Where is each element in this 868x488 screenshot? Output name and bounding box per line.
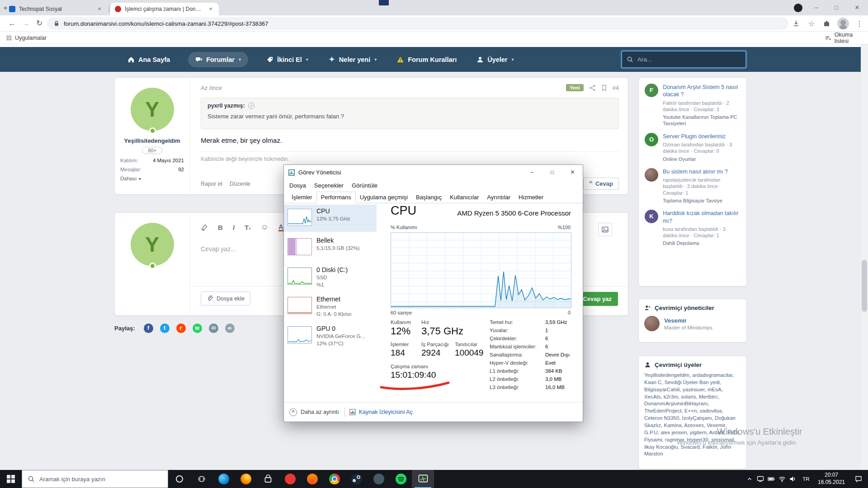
window-close-button[interactable]: ✕ bbox=[848, 0, 866, 15]
taskbar-app-chrome[interactable] bbox=[323, 470, 345, 488]
attach-file-button[interactable]: Dosya ekle bbox=[201, 291, 250, 305]
taskbar-app-task-manager[interactable] bbox=[412, 470, 434, 488]
network-wifi-icon[interactable] bbox=[777, 475, 788, 483]
taskbar-app-firefox[interactable] bbox=[235, 470, 257, 488]
tm-tab-startup[interactable]: Başlangıç bbox=[412, 192, 446, 203]
back-button[interactable]: ← bbox=[6, 18, 18, 29]
browser-menu-icon[interactable]: ⋮ bbox=[854, 18, 865, 29]
thread-category[interactable]: Toplama Bilgisayar Tavsiye bbox=[663, 197, 741, 204]
tm-minimize-button[interactable]: – bbox=[522, 165, 542, 180]
font-size-icon[interactable]: T▾ bbox=[245, 224, 251, 231]
thread-item[interactable]: F Donanım Arşivi Sistem 5 nasıl olacak ?… bbox=[645, 84, 741, 127]
tm-tab-details[interactable]: Ayrıntılar bbox=[483, 192, 514, 203]
tm-tab-services[interactable]: Hizmetler bbox=[514, 192, 547, 203]
titlebar-profile-icon[interactable] bbox=[794, 4, 802, 12]
taskbar-app-red[interactable] bbox=[279, 470, 301, 488]
bookmark-icon[interactable] bbox=[601, 84, 607, 91]
download-icon[interactable] bbox=[790, 18, 802, 29]
tm-menu-file[interactable]: Dosya bbox=[289, 182, 306, 189]
report-link[interactable]: Rapor et bbox=[201, 181, 222, 187]
tm-tab-history[interactable]: Uygulama geçmişi bbox=[356, 192, 412, 203]
smiley-icon[interactable]: ☺ bbox=[261, 223, 269, 232]
twitter-icon[interactable]: t bbox=[160, 324, 170, 333]
facebook-icon[interactable]: f bbox=[144, 324, 153, 333]
thread-category[interactable]: Dahili Depolama bbox=[663, 240, 741, 246]
browser-tab-technopat[interactable]: Technopat Sosyal × bbox=[5, 3, 108, 15]
thread-title[interactable]: Server Plugin önerileriniz bbox=[663, 133, 741, 140]
reading-list-button[interactable]: Okuma listesi bbox=[825, 33, 868, 42]
forum-search-box[interactable] bbox=[621, 51, 746, 68]
address-bar[interactable]: forum.donanimarsivi.com/konu/islemci-cal… bbox=[47, 17, 788, 30]
user-avatar[interactable]: Y bbox=[131, 223, 174, 266]
taskbar-search-input[interactable] bbox=[39, 476, 152, 483]
nav-forums[interactable]: Forumlar ▾ bbox=[188, 52, 248, 67]
start-button[interactable] bbox=[0, 470, 22, 488]
bold-icon[interactable]: B bbox=[218, 224, 223, 231]
scrollbar-thumb[interactable] bbox=[862, 260, 867, 312]
new-tab-button[interactable]: + bbox=[0, 3, 11, 14]
share-icon[interactable] bbox=[589, 84, 596, 91]
tm-tab-processes[interactable]: İşlemler bbox=[288, 192, 316, 203]
reply-button[interactable]: “ Cevap bbox=[583, 178, 619, 190]
tm-sidebar-ethernet[interactable]: EthernetEthernetG: 0 A: 0 Kb/sn bbox=[284, 293, 377, 320]
moderator-item[interactable]: Vesemir Master of Minidumps bbox=[644, 316, 741, 331]
thread-title[interactable]: Bu sistem nasıl alınır mı ? bbox=[663, 168, 741, 175]
fewer-details-button[interactable]: ^ Daha az ayrıntı bbox=[289, 408, 339, 416]
quote-block[interactable]: pyxr0 yazmış: ↗ Sisteme zarar vermez yan… bbox=[201, 98, 619, 129]
window-maximize-button[interactable]: □ bbox=[827, 0, 845, 15]
battery-icon[interactable] bbox=[766, 475, 777, 483]
taskbar-app-dark[interactable] bbox=[368, 470, 390, 488]
forum-search-input[interactable] bbox=[637, 56, 728, 63]
language-indicator[interactable]: TR bbox=[798, 476, 814, 482]
taskbar-app-edge[interactable] bbox=[212, 470, 235, 488]
nav-secondhand[interactable]: İkinci El ▾ bbox=[264, 52, 310, 67]
open-resource-monitor-link[interactable]: Kaynak İzleyicisini Aç bbox=[349, 409, 413, 415]
email-icon[interactable]: ✉ bbox=[209, 324, 218, 333]
tm-menu-view[interactable]: Görüntüle bbox=[352, 182, 377, 189]
reload-button[interactable]: ↻ bbox=[33, 18, 45, 29]
link-icon[interactable]: ∞ bbox=[225, 324, 235, 333]
nav-whatsnew[interactable]: Neler yeni ▾ bbox=[326, 52, 378, 67]
tab-close-icon[interactable]: × bbox=[207, 5, 214, 13]
more-link[interactable]: Dahası ▾ bbox=[115, 176, 189, 181]
task-view-button[interactable] bbox=[190, 470, 212, 488]
remove-format-icon[interactable] bbox=[201, 224, 208, 231]
tm-sidebar-gpu[interactable]: GPU 0NVIDIA GeForce G...12% (37°C) bbox=[284, 322, 377, 349]
tm-titlebar[interactable]: Görev Yöneticisi – □ ✕ bbox=[284, 165, 583, 180]
post-number[interactable]: #4 bbox=[613, 84, 619, 91]
browser-profile-avatar[interactable] bbox=[837, 18, 849, 29]
whatsapp-icon[interactable]: w bbox=[193, 324, 202, 333]
tm-sidebar-disk[interactable]: 0 Diski (C:)SSD%1 bbox=[284, 263, 377, 291]
nav-members[interactable]: Üyeler ▾ bbox=[475, 52, 515, 67]
reply-input[interactable]: Cevap yaz... bbox=[201, 245, 236, 253]
nav-home[interactable]: Ana Sayfa bbox=[126, 52, 172, 67]
post-timestamp[interactable]: Az önce bbox=[201, 84, 222, 91]
tm-close-button[interactable]: ✕ bbox=[562, 165, 583, 180]
taskbar-search-box[interactable] bbox=[22, 470, 168, 488]
tm-tab-performance[interactable]: Performans bbox=[316, 192, 356, 203]
forward-button[interactable]: → bbox=[20, 18, 32, 29]
tray-chevron-up-icon[interactable] bbox=[744, 476, 755, 482]
edit-link[interactable]: Düzenle bbox=[230, 181, 250, 187]
nav-rules[interactable]: Forum Kuralları bbox=[395, 52, 458, 67]
insert-image-button[interactable] bbox=[598, 223, 612, 236]
cortana-button[interactable] bbox=[168, 470, 190, 488]
thread-category[interactable]: Youtube Kanallarının Toplama PC Tavsiyel… bbox=[663, 114, 741, 127]
thread-item[interactable]: O Server Plugin önerileriniz Oziman tara… bbox=[645, 133, 741, 162]
window-minimize-button[interactable]: – bbox=[807, 0, 826, 15]
tm-maximize-button[interactable]: □ bbox=[542, 165, 562, 180]
taskbar-app-spotify[interactable] bbox=[390, 470, 412, 488]
taskbar-app-steam[interactable] bbox=[345, 470, 368, 488]
tm-menu-options[interactable]: Seçenekler bbox=[314, 182, 344, 189]
action-center-button[interactable] bbox=[849, 475, 868, 483]
thread-title[interactable]: Donanım Arşivi Sistem 5 nasıl olacak ? bbox=[663, 84, 741, 99]
thread-category[interactable]: Online Oyunlar bbox=[663, 156, 741, 162]
tm-sidebar-memory[interactable]: Bellek5,1/15,9 GB (32%) bbox=[284, 234, 377, 261]
italic-icon[interactable]: I bbox=[233, 224, 235, 231]
display-icon[interactable] bbox=[755, 475, 766, 483]
taskbar-app-store[interactable] bbox=[257, 470, 279, 488]
font-color-icon[interactable]: A bbox=[278, 224, 283, 231]
tm-tab-users[interactable]: Kullanıcılar bbox=[446, 192, 483, 203]
thread-title[interactable]: Harddisk kızak olmadan takılır mı? bbox=[663, 210, 741, 225]
apps-shortcut[interactable]: Uygulamalar bbox=[6, 33, 47, 42]
